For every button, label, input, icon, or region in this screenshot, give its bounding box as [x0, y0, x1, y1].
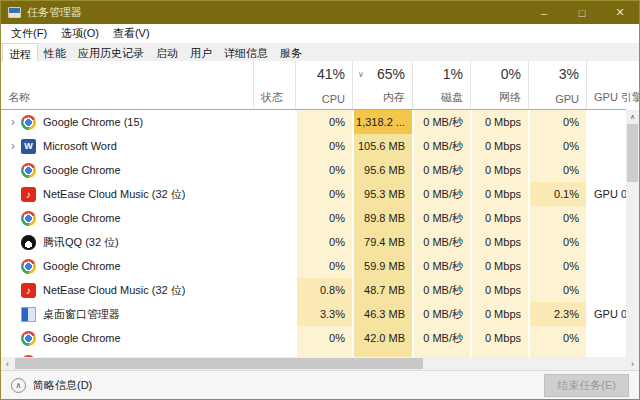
process-name: NetEase Cloud Music (32 位) [43, 187, 185, 202]
vertical-scroll-thumb[interactable] [627, 124, 638, 182]
horizontal-scrollbar[interactable]: ‹ › [1, 357, 639, 370]
process-name: NetEase Cloud Music (32 位) [43, 283, 185, 298]
gpu-cell: 0% [528, 350, 586, 357]
task-manager-window: 任务管理器 – □ ✕ 文件(F) 选项(O) 查看(V) 进程 性能 应用历史… [0, 0, 640, 400]
table-row[interactable]: › W Microsoft Word 0% 105.6 MB 0 MB/秒 0 … [1, 134, 626, 158]
expand-chevron-icon[interactable]: › [6, 116, 20, 128]
disk-cell: 0 MB/秒 [412, 278, 470, 302]
table-row[interactable]: › Google Chrome (15) 0% 1,318.2 ... 0 MB… [1, 110, 626, 134]
column-header-memory[interactable]: ∨ 65% 内存 [352, 61, 412, 109]
memory-cell: 105.6 MB [352, 134, 412, 158]
gpu-engine-cell [586, 134, 626, 158]
cpu-cell: 0% [295, 326, 352, 350]
table-row[interactable]: Google Chrome 0% 42.0 MB 0 MB/秒 0 Mbps 0… [1, 326, 626, 350]
cpu-cell: 0% [295, 182, 352, 206]
status-cell [253, 326, 295, 350]
network-cell: 0 Mbps [470, 302, 528, 326]
tab-startup[interactable]: 启动 [150, 43, 184, 61]
tab-users[interactable]: 用户 [184, 43, 218, 61]
tab-services[interactable]: 服务 [274, 43, 308, 61]
process-name: 腾讯QQ (32 位) [43, 235, 119, 250]
status-cell [253, 158, 295, 182]
collapse-chevron-circle-icon[interactable]: ∧ [11, 378, 26, 393]
end-task-button[interactable]: 结束任务(E) [544, 374, 629, 397]
qq-penguin-icon [21, 235, 36, 250]
cpu-cell: 0% [295, 206, 352, 230]
sort-indicator-icon: ∨ [358, 70, 364, 79]
tab-app-history[interactable]: 应用历史记录 [72, 43, 150, 61]
network-cell: 0 Mbps [470, 326, 528, 350]
disk-cell: 0 MB/秒 [412, 134, 470, 158]
scroll-right-arrow-icon[interactable]: › [626, 357, 639, 370]
scroll-up-arrow-icon[interactable]: ∧ [626, 110, 639, 123]
cpu-cell: 0% [295, 350, 352, 357]
tab-processes[interactable]: 进程 [2, 43, 38, 61]
cpu-cell: 0% [295, 110, 352, 134]
gpu-cell: 0.1% [528, 182, 586, 206]
column-header-network[interactable]: 0% 网络 [470, 61, 528, 109]
gpu-engine-cell [586, 158, 626, 182]
expand-chevron-icon[interactable]: › [6, 140, 20, 152]
tab-details[interactable]: 详细信息 [218, 43, 274, 61]
vertical-scrollbar[interactable]: ∧ [626, 110, 639, 357]
table-row[interactable]: 腾讯QQ (32 位) 0% 79.4 MB 0 MB/秒 0 Mbps 0% [1, 230, 626, 254]
table-row[interactable]: ♪ NetEase Cloud Music (32 位) 0% 95.3 MB … [1, 182, 626, 206]
process-name: Google Chrome [43, 260, 121, 272]
disk-cell: 0 MB/秒 [412, 158, 470, 182]
menu-options[interactable]: 选项(O) [54, 24, 106, 43]
table-row[interactable]: ♪ NetEase Cloud Music (32 位) 0.8% 48.7 M… [1, 278, 626, 302]
close-button[interactable]: ✕ [601, 1, 639, 24]
column-header-status[interactable]: 状态 [253, 61, 295, 109]
column-header-cpu[interactable]: 41% CPU [295, 61, 352, 109]
process-table: › Google Chrome (15) 0% 1,318.2 ... 0 MB… [1, 110, 626, 357]
netease-music-icon: ♪ [21, 283, 36, 298]
process-name: Google Chrome [43, 332, 121, 344]
memory-cell: 95.3 MB [352, 182, 412, 206]
maximize-button[interactable]: □ [563, 1, 601, 24]
gpu-engine-cell [586, 230, 626, 254]
column-header-name[interactable]: 名称 [1, 61, 253, 109]
status-cell [253, 230, 295, 254]
memory-cell: 42.0 MB [352, 326, 412, 350]
task-manager-icon [8, 7, 21, 18]
table-row[interactable]: Google Chrome 0% 59.9 MB 0 MB/秒 0 Mbps 0… [1, 254, 626, 278]
disk-cell: 0 MB/秒 [412, 350, 470, 357]
table-row[interactable]: Google Chrome 0% 89.8 MB 0 MB/秒 0 Mbps 0… [1, 206, 626, 230]
netease-music-icon: ♪ [21, 187, 36, 202]
disk-cell: 0 MB/秒 [412, 230, 470, 254]
disk-cell: 0 MB/秒 [412, 110, 470, 134]
disk-cell: 0 MB/秒 [412, 206, 470, 230]
column-header-gpu-engine[interactable]: GPU 引擎 [586, 61, 626, 109]
status-cell [253, 350, 295, 357]
details-toggle[interactable]: 简略信息(D) [33, 378, 92, 393]
gpu-cell: 0% [528, 110, 586, 134]
gpu-engine-cell: GPU 0 [586, 182, 626, 206]
gpu-cell: 0% [528, 326, 586, 350]
column-header-row: 名称 状态 41% CPU ∨ 65% 内存 1% 磁盘 0% 网络 3% GP… [1, 61, 626, 110]
gpu-engine-cell [586, 110, 626, 134]
menu-view[interactable]: 查看(V) [106, 24, 157, 43]
cpu-cell: 0% [295, 230, 352, 254]
table-row[interactable]: Google Chrome 0% 40.6 MB 0 MB/秒 0 Mbps 0… [1, 350, 626, 357]
column-header-disk[interactable]: 1% 磁盘 [412, 61, 470, 109]
gpu-engine-cell [586, 206, 626, 230]
memory-cell: 95.6 MB [352, 158, 412, 182]
table-row[interactable]: Google Chrome 0% 95.6 MB 0 MB/秒 0 Mbps 0… [1, 158, 626, 182]
table-row[interactable]: 桌面窗口管理器 3.3% 46.3 MB 0 MB/秒 0 Mbps 2.3% … [1, 302, 626, 326]
gpu-cell: 0% [528, 158, 586, 182]
network-cell: 0 Mbps [470, 134, 528, 158]
scroll-left-arrow-icon[interactable]: ‹ [1, 357, 14, 370]
horizontal-scroll-thumb[interactable] [15, 358, 423, 369]
title-bar: 任务管理器 – □ ✕ [1, 1, 639, 24]
gpu-cell: 0% [528, 134, 586, 158]
status-cell [253, 206, 295, 230]
chrome-icon [21, 259, 36, 274]
column-header-gpu[interactable]: 3% GPU [528, 61, 586, 109]
tab-performance[interactable]: 性能 [38, 43, 72, 61]
menu-file[interactable]: 文件(F) [4, 24, 54, 43]
chrome-icon [21, 163, 36, 178]
minimize-button[interactable]: – [525, 1, 563, 24]
cpu-cell: 3.3% [295, 302, 352, 326]
status-cell [253, 182, 295, 206]
gpu-cell: 0% [528, 278, 586, 302]
